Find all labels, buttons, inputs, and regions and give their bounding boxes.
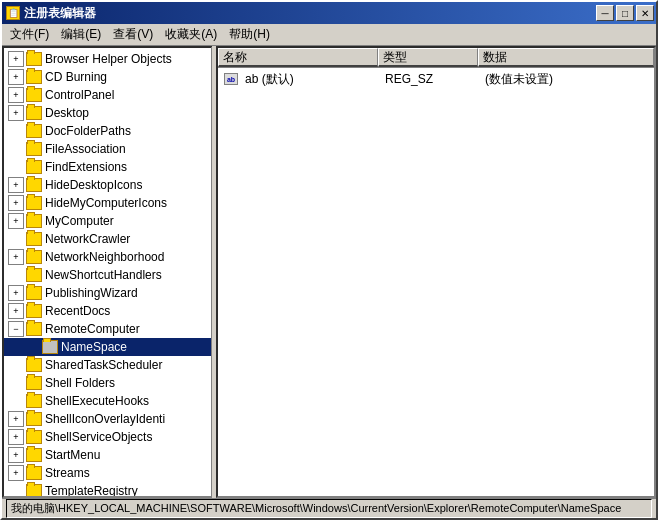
- status-text: 我的电脑\HKEY_LOCAL_MACHINE\SOFTWARE\Microso…: [6, 499, 652, 518]
- menu-bar: 文件(F)编辑(E)查看(V)收藏夹(A)帮助(H): [2, 24, 656, 46]
- tree-item-label: RemoteComputer: [45, 322, 140, 336]
- tree-item-label: NewShortcutHandlers: [45, 268, 162, 282]
- tree-expand-button[interactable]: +: [8, 69, 24, 85]
- tree-item[interactable]: NewShortcutHandlers: [4, 266, 211, 284]
- maximize-button[interactable]: □: [616, 5, 634, 21]
- tree-expand-button[interactable]: +: [8, 213, 24, 229]
- menu-item-view[interactable]: 查看(V): [107, 24, 159, 45]
- tree-item[interactable]: +PublishingWizard: [4, 284, 211, 302]
- col-type[interactable]: 类型: [378, 48, 478, 67]
- folder-icon: [26, 232, 42, 246]
- folder-icon: [26, 124, 42, 138]
- tree-item[interactable]: FindExtensions: [4, 158, 211, 176]
- tree-item[interactable]: NameSpace: [4, 338, 211, 356]
- folder-icon: [26, 268, 42, 282]
- tree-item[interactable]: +ShellServiceObjects: [4, 428, 211, 446]
- col-name[interactable]: 名称: [218, 48, 378, 67]
- menu-item-help[interactable]: 帮助(H): [223, 24, 276, 45]
- folder-icon: [26, 322, 42, 336]
- tree-item[interactable]: +HideDesktopIcons: [4, 176, 211, 194]
- tree-expand-button[interactable]: +: [8, 429, 24, 445]
- tree-item-label: FindExtensions: [45, 160, 127, 174]
- tree-item[interactable]: +Desktop: [4, 104, 211, 122]
- tree-item-label: ControlPanel: [45, 88, 114, 102]
- tree-item-label: Browser Helper Objects: [45, 52, 172, 66]
- folder-icon: [26, 160, 42, 174]
- folder-icon: [26, 106, 42, 120]
- tree-item[interactable]: SharedTaskScheduler: [4, 356, 211, 374]
- cell-data: (数值未设置): [481, 70, 651, 89]
- app-icon: 📋: [6, 6, 20, 20]
- folder-icon: [26, 52, 42, 66]
- folder-icon: [26, 484, 42, 496]
- col-data[interactable]: 数据: [478, 48, 654, 67]
- tree-item[interactable]: +RecentDocs: [4, 302, 211, 320]
- tree-item[interactable]: +MyComputer: [4, 212, 211, 230]
- title-buttons: ─ □ ✕: [596, 5, 654, 21]
- tree-item-label: NameSpace: [61, 340, 127, 354]
- folder-icon: [26, 70, 42, 84]
- tree-expand-button[interactable]: +: [8, 465, 24, 481]
- tree-expand-button[interactable]: +: [8, 87, 24, 103]
- col-name-label: 名称: [223, 49, 247, 66]
- tree-expand-button[interactable]: +: [8, 105, 24, 121]
- close-button[interactable]: ✕: [636, 5, 654, 21]
- folder-icon: [26, 88, 42, 102]
- tree-expand-button[interactable]: +: [8, 51, 24, 67]
- folder-icon: [26, 358, 42, 372]
- cell-type: REG_SZ: [381, 71, 481, 87]
- tree-item-label: ShellIconOverlayIdenti: [45, 412, 165, 426]
- tree-expand-button[interactable]: +: [8, 177, 24, 193]
- tree-expand-button[interactable]: +: [8, 411, 24, 427]
- tree-item[interactable]: NetworkCrawler: [4, 230, 211, 248]
- tree-item[interactable]: +Streams: [4, 464, 211, 482]
- tree-pane: +Browser Helper Objects+CD Burning+Contr…: [2, 46, 212, 498]
- tree-item[interactable]: TemplateRegistry: [4, 482, 211, 496]
- tree-item[interactable]: FileAssociation: [4, 140, 211, 158]
- tree-item[interactable]: −RemoteComputer: [4, 320, 211, 338]
- tree-item[interactable]: +ShellIconOverlayIdenti: [4, 410, 211, 428]
- list-content[interactable]: ab ab (默认) REG_SZ (数值未设置): [218, 68, 654, 496]
- reg-value-icon: ab: [224, 73, 238, 85]
- folder-icon: [26, 196, 42, 210]
- status-bar: 我的电脑\HKEY_LOCAL_MACHINE\SOFTWARE\Microso…: [2, 498, 656, 518]
- tree-expand-button[interactable]: −: [8, 321, 24, 337]
- tree-expand-button[interactable]: +: [8, 195, 24, 211]
- tree-item-label: MyComputer: [45, 214, 114, 228]
- tree-item[interactable]: +StartMenu: [4, 446, 211, 464]
- menu-item-edit[interactable]: 编辑(E): [55, 24, 107, 45]
- tree-item[interactable]: +Browser Helper Objects: [4, 50, 211, 68]
- folder-icon: [26, 142, 42, 156]
- folder-icon: [26, 412, 42, 426]
- tree-expand-button[interactable]: +: [8, 447, 24, 463]
- tree-item[interactable]: Shell Folders: [4, 374, 211, 392]
- minimize-button[interactable]: ─: [596, 5, 614, 21]
- tree-item-label: FileAssociation: [45, 142, 126, 156]
- title-bar: 📋 注册表编辑器 ─ □ ✕: [2, 2, 656, 24]
- folder-icon: [26, 304, 42, 318]
- tree-expand-button[interactable]: +: [8, 303, 24, 319]
- tree-content[interactable]: +Browser Helper Objects+CD Burning+Contr…: [4, 48, 211, 496]
- tree-expand-button[interactable]: +: [8, 249, 24, 265]
- right-pane: 名称 类型 数据 ab ab (默认) REG_SZ (数值未设置): [216, 46, 656, 498]
- menu-item-file[interactable]: 文件(F): [4, 24, 55, 45]
- list-row[interactable]: ab ab (默认) REG_SZ (数值未设置): [220, 70, 652, 88]
- folder-icon: [26, 394, 42, 408]
- folder-icon: [26, 250, 42, 264]
- tree-item[interactable]: +ControlPanel: [4, 86, 211, 104]
- tree-item[interactable]: DocFolderPaths: [4, 122, 211, 140]
- tree-item-label: Desktop: [45, 106, 89, 120]
- tree-item[interactable]: +NetworkNeighborhood: [4, 248, 211, 266]
- folder-icon: [26, 214, 42, 228]
- tree-expand-button[interactable]: +: [8, 285, 24, 301]
- tree-item[interactable]: +HideMyComputerIcons: [4, 194, 211, 212]
- folder-icon: [26, 286, 42, 300]
- tree-item-label: Shell Folders: [45, 376, 115, 390]
- menu-item-favorites[interactable]: 收藏夹(A): [159, 24, 223, 45]
- tree-item-label: PublishingWizard: [45, 286, 138, 300]
- tree-item[interactable]: ShellExecuteHooks: [4, 392, 211, 410]
- tree-item-label: Streams: [45, 466, 90, 480]
- tree-item[interactable]: +CD Burning: [4, 68, 211, 86]
- col-data-label: 数据: [483, 49, 507, 66]
- tree-item-label: NetworkCrawler: [45, 232, 130, 246]
